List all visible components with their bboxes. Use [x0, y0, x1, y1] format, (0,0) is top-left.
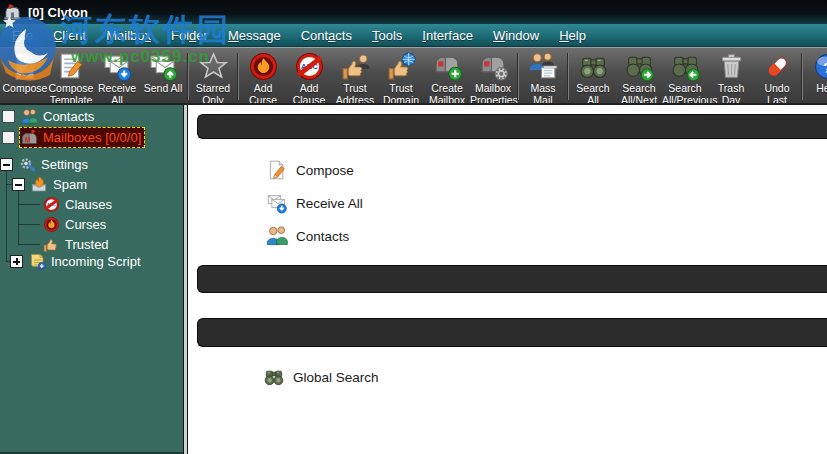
tree-item-label: Incoming Script: [51, 254, 141, 269]
link-receive-all[interactable]: Receive All: [266, 191, 363, 215]
tree-item-body[interactable]: Incoming Script: [27, 251, 145, 272]
curse-icon: [248, 51, 279, 82]
toolbar-button-undo-last-deletion[interactable]: Undo Last Deletion: [754, 51, 800, 105]
link-global-search[interactable]: Global Search: [263, 365, 379, 389]
tree-item-label: Clauses: [65, 197, 112, 212]
tree-item-body[interactable]: Settings: [17, 154, 92, 175]
toolbar-button-search-all-next[interactable]: Search All/Next: [616, 51, 662, 105]
tree-item-label: Settings: [41, 157, 88, 172]
receive-all-icon: [266, 192, 288, 214]
menu-contacts[interactable]: Contacts: [291, 26, 362, 45]
tree-item-contacts[interactable]: Contacts: [2, 107, 98, 126]
menu-folder[interactable]: Folder: [161, 26, 218, 45]
tree-item-label: Spam: [53, 177, 87, 192]
toolbar-button-trust-domain[interactable]: Trust Domain: [378, 51, 424, 105]
toolbar-button-label: Trust Domain: [378, 82, 424, 105]
toolbar-button-label: Search All/Previous: [662, 82, 708, 105]
toolbar-button-label: Compose: [2, 82, 48, 94]
tree-collapse-toggle[interactable]: [12, 178, 25, 191]
menu-tools[interactable]: Tools: [362, 26, 412, 45]
tree-checkbox[interactable]: [2, 131, 15, 144]
tree-item-label: Mailboxes [0/0/0]: [43, 130, 141, 145]
section-header-bar[interactable]: [197, 318, 827, 347]
mass-mail-icon: [528, 51, 559, 82]
menu-help[interactable]: Help: [549, 26, 596, 45]
toolbar-button-search-all-previous[interactable]: Search All/Previous: [662, 51, 708, 105]
toolbar-button-help[interactable]: ?Help: [804, 51, 827, 94]
star-icon: [198, 51, 229, 82]
tree-item-mailboxes-0-0-0[interactable]: MMailboxes [0/0/0]: [2, 128, 145, 147]
toolbar-button-trash-day[interactable]: Trash Day: [708, 51, 754, 105]
tree-item-body[interactable]: ABCClauses: [41, 194, 116, 215]
toolbar-button-receive-all[interactable]: Receive All: [94, 51, 140, 105]
toolbar-button-add-curse[interactable]: Add Curse: [240, 51, 286, 105]
tree-item-body[interactable]: Contacts: [19, 106, 98, 127]
section-header-bar[interactable]: [197, 265, 827, 293]
toolbar-button-label: Add Clause: [286, 82, 332, 105]
toolbar-button-label: Mass Mail: [520, 82, 566, 105]
tree-item-clauses[interactable]: ABCClauses: [41, 195, 116, 214]
menu-client[interactable]: Client: [43, 26, 96, 45]
toolbar-button-compose-template[interactable]: Compose Template: [48, 51, 94, 105]
script-icon: [29, 253, 46, 270]
toolbar-button-compose[interactable]: Compose: [2, 51, 48, 94]
toolbar-button-search-all[interactable]: Search All: [570, 51, 616, 105]
compose-icon: [10, 51, 41, 82]
tree-checkbox[interactable]: [2, 110, 15, 123]
toolbar-button-starred-only[interactable]: Starred Only: [190, 51, 236, 105]
link-label: Contacts: [296, 229, 349, 244]
tree-item-settings[interactable]: Settings: [0, 155, 92, 174]
tree-item-spam[interactable]: Spam: [12, 175, 91, 194]
toolbar-button-create-mailbox[interactable]: Create Mailbox: [424, 51, 470, 105]
app-mailbox-icon: [3, 3, 22, 22]
toolbar-button-mass-mail[interactable]: Mass Mail: [520, 51, 566, 105]
link-label: Global Search: [293, 370, 379, 385]
menu-window[interactable]: Window: [483, 26, 549, 45]
search-next-icon: [624, 51, 655, 82]
toolbar-button-label: Undo Last Deletion: [754, 82, 800, 105]
settings-icon: [19, 156, 36, 173]
toolbar-button-trust-address[interactable]: Trust Address: [332, 51, 378, 105]
sidebar-tree-panel: ContactsMMailboxes [0/0/0]SettingsSpamAB…: [0, 105, 183, 454]
toolbar-button-send-all[interactable]: Send All: [140, 51, 186, 94]
spam-icon: [31, 176, 48, 193]
toolbar-separator: [567, 53, 569, 100]
app-window: [0] Clyton FileClientMailboxFolderMessag…: [0, 0, 827, 454]
tree-item-body[interactable]: Spam: [29, 174, 91, 195]
toolbar-separator: [187, 53, 189, 100]
toolbar-button-label: Help: [804, 82, 827, 94]
menu-mailbox[interactable]: Mailbox: [96, 26, 161, 45]
mailbox-properties-icon: [478, 51, 509, 82]
toolbar-button-label: Trash Day: [708, 82, 754, 105]
tree-item-body[interactable]: MMailboxes [0/0/0]: [19, 127, 145, 148]
curse-icon: [43, 216, 60, 233]
tree-item-label: Curses: [65, 217, 106, 232]
menu-message[interactable]: Message: [218, 26, 291, 45]
toolbar-button-label: Search All: [570, 82, 616, 105]
toolbar-button-label: Mailbox Properties: [470, 82, 516, 105]
toolbar-button-label: Compose Template: [48, 82, 94, 105]
tree-collapse-toggle[interactable]: [0, 158, 13, 171]
link-label: Compose: [296, 163, 354, 178]
mailbox-icon: M: [21, 129, 38, 146]
link-contacts[interactable]: Contacts: [266, 224, 349, 248]
menu-interface[interactable]: Interface: [412, 26, 483, 45]
binoculars-icon: [263, 366, 285, 388]
link-compose[interactable]: Compose: [266, 158, 354, 182]
tree-item-label: Trusted: [65, 237, 109, 252]
tree-item-body[interactable]: Curses: [41, 214, 110, 235]
section-header-bar[interactable]: [197, 114, 827, 139]
toolbar-button-label: Starred Only: [190, 82, 236, 105]
menu-file[interactable]: File: [2, 26, 43, 45]
toolbar-button-label: Send All: [140, 82, 186, 94]
tree-expand-toggle[interactable]: [10, 255, 23, 268]
compose-icon: [266, 159, 288, 181]
toolbar-button-mailbox-properties[interactable]: Mailbox Properties: [470, 51, 516, 105]
toolbar-separator: [801, 53, 803, 100]
receive-all-icon: [102, 51, 133, 82]
toolbar-button-label: Create Mailbox: [424, 82, 470, 105]
help-icon: ?: [812, 51, 827, 82]
tree-item-curses[interactable]: Curses: [41, 215, 110, 234]
tree-item-incoming-script[interactable]: Incoming Script: [10, 252, 145, 271]
toolbar-button-add-clause[interactable]: ABCAdd Clause: [286, 51, 332, 105]
